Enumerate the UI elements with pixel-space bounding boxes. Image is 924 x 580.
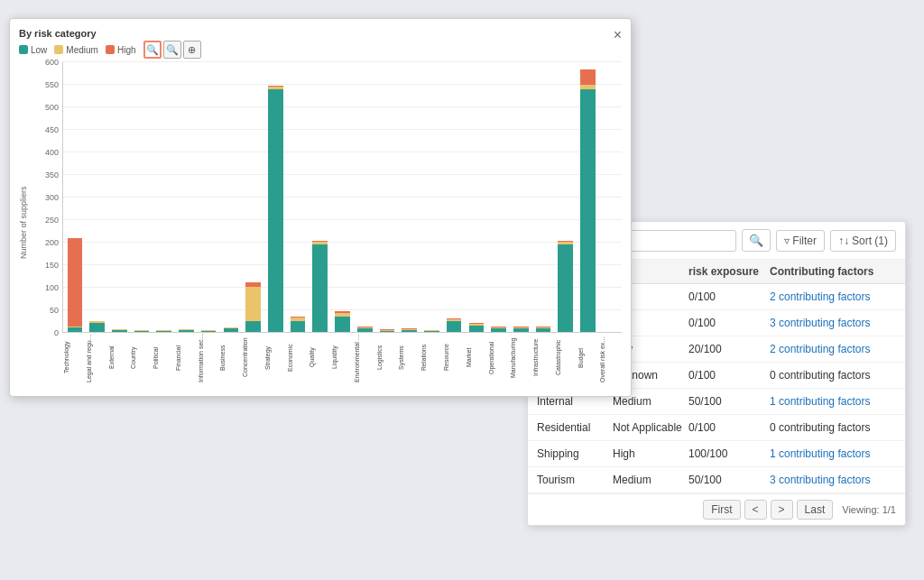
bar-low-5 <box>179 330 194 332</box>
chart-controls: 🔍 🔍 ⊕ <box>143 41 201 59</box>
row-level-5: Not Applicable <box>613 421 688 434</box>
prev-page-button[interactable]: < <box>744 500 767 520</box>
y-tick-300: 300 <box>45 193 59 202</box>
row-factors-7[interactable]: 3 contributing factors <box>770 474 896 486</box>
y-tick-550: 550 <box>45 80 59 89</box>
filter-label: Filter <box>792 235 817 247</box>
x-label-7: Business <box>219 333 241 382</box>
row-category-4: Internal <box>537 395 613 408</box>
bar-high-23 <box>580 69 596 85</box>
legend-low-dot <box>19 45 28 54</box>
table-row: ShippingHigh100/1001 contributing factor… <box>528 441 905 467</box>
row-exposure-1: 0/100 <box>688 317 770 329</box>
y-tick-0: 0 <box>54 328 59 337</box>
col-exposure: risk exposure <box>688 265 770 278</box>
bar-low-20 <box>513 328 529 332</box>
x-label-4: Political <box>152 333 174 382</box>
y-tick-250: 250 <box>45 216 59 225</box>
bar-group-3 <box>131 62 152 332</box>
sort-button[interactable]: ↑↓ Sort (1) <box>830 230 896 252</box>
row-exposure-3: 0/100 <box>688 369 770 382</box>
x-label-14: Logistics <box>376 333 398 382</box>
sort-label: Sort (1) <box>852 235 888 247</box>
zoom-out-btn[interactable]: 🔍 <box>163 41 181 59</box>
bar-group-16 <box>421 62 443 332</box>
next-page-button[interactable]: > <box>771 500 793 520</box>
search-button[interactable]: 🔍 <box>742 229 771 252</box>
bar-low-15 <box>402 330 417 332</box>
bar-low-4 <box>156 331 171 332</box>
legend-low-label: Low <box>31 45 47 55</box>
chart-title: By risk category <box>19 28 201 39</box>
bar-low-1 <box>89 323 105 332</box>
y-tick-200: 200 <box>45 238 59 247</box>
row-exposure-7: 50/100 <box>688 474 770 486</box>
row-category-6: Shipping <box>537 447 613 460</box>
bar-group-24 <box>599 62 621 332</box>
bar-low-3 <box>134 331 150 332</box>
bar-low-7 <box>224 328 239 332</box>
x-labels-container: TechnologyLegal and regulatoryExternalCo… <box>62 333 622 382</box>
bar-group-7 <box>220 62 242 332</box>
x-label-6: Information security <box>198 333 219 382</box>
last-page-button[interactable]: Last <box>797 500 834 520</box>
filter-icon: ▿ <box>784 235 790 247</box>
bar-high-0 <box>68 238 83 326</box>
x-label-16: Relations <box>420 333 442 382</box>
x-label-3: Country <box>130 333 152 382</box>
x-label-19: Operational <box>488 333 510 382</box>
bar-low-0 <box>68 327 83 332</box>
reset-btn[interactable]: ⊕ <box>183 41 201 59</box>
bar-low-11 <box>312 244 328 332</box>
legend-medium-label: Medium <box>66 45 98 55</box>
filter-button[interactable]: ▿ Filter <box>776 230 825 252</box>
bar-group-23 <box>578 62 599 332</box>
bar-low-12 <box>335 317 350 332</box>
zoom-in-btn[interactable]: 🔍 <box>143 41 162 59</box>
bar-group-10 <box>287 62 309 332</box>
bar-low-21 <box>536 328 551 332</box>
x-label-9: Strategy <box>264 333 286 382</box>
x-label-23: Budget <box>578 333 599 382</box>
legend-low: Low <box>19 45 47 55</box>
bar-low-17 <box>447 321 462 332</box>
chart-plot: 600 550 500 450 400 350 300 250 200 150 … <box>33 62 622 333</box>
y-tick-400: 400 <box>45 148 59 157</box>
row-factors-0[interactable]: 2 contributing factors <box>770 290 896 303</box>
row-exposure-6: 100/100 <box>688 447 770 460</box>
bar-group-17 <box>443 62 465 332</box>
row-factors-1[interactable]: 3 contributing factors <box>770 317 896 329</box>
table-footer: First < > Last Viewing: 1/1 <box>528 493 905 525</box>
bar-medium-8 <box>245 287 261 320</box>
x-label-13: Environmental and social <box>354 333 375 382</box>
bar-group-13 <box>354 62 375 332</box>
bar-group-8 <box>243 62 264 332</box>
x-label-18: Market <box>466 333 487 382</box>
first-page-button[interactable]: First <box>703 500 740 520</box>
bar-group-9 <box>264 62 286 332</box>
bar-low-18 <box>469 326 485 332</box>
bar-low-14 <box>380 331 395 332</box>
row-category-7: Tourism <box>537 474 613 486</box>
bar-group-0 <box>64 62 86 332</box>
row-category-5: Residential <box>537 421 613 434</box>
y-axis-label: Number of suppliers <box>19 62 33 382</box>
row-factors-4[interactable]: 1 contributing factors <box>770 395 896 408</box>
row-level-6: High <box>613 447 688 460</box>
bar-group-2 <box>108 62 130 332</box>
close-btn[interactable]: × <box>614 28 622 42</box>
chart-modal: By risk category Low Medium High 🔍 🔍 <box>9 18 632 397</box>
row-factors-6[interactable]: 1 contributing factors <box>770 447 896 460</box>
bar-group-6 <box>198 62 219 332</box>
bar-low-10 <box>291 321 306 332</box>
table-row: TourismMedium50/1003 contributing factor… <box>528 467 905 493</box>
bar-low-8 <box>245 321 261 332</box>
bar-low-13 <box>357 328 373 332</box>
row-factors-2[interactable]: 2 contributing factors <box>770 343 896 355</box>
viewing-label: Viewing: 1/1 <box>842 504 896 515</box>
row-exposure-4: 50/100 <box>688 395 770 408</box>
y-tick-350: 350 <box>45 170 59 180</box>
table-row: ResidentialNot Applicable0/1000 contribu… <box>528 415 905 441</box>
x-label-1: Legal and regulatory <box>86 333 107 382</box>
x-label-22: Catastrophic <box>555 333 577 382</box>
